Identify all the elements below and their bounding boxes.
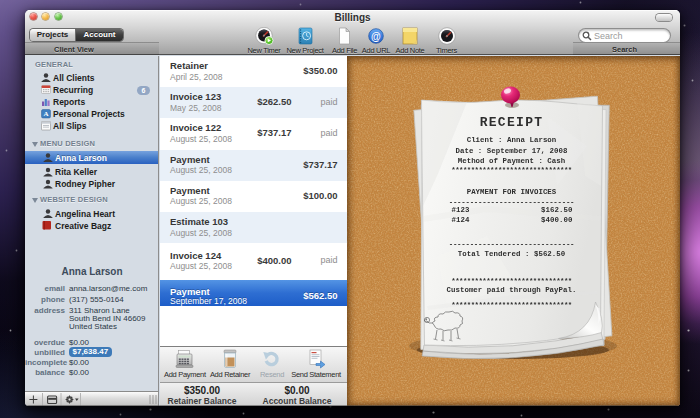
svg-text:PAYMENT FOR INVOICES: PAYMENT FOR INVOICES [466, 188, 556, 196]
svg-text:$400.00: $400.00 [541, 216, 573, 224]
svg-text:******************************: ******************************* [451, 301, 572, 309]
svg-text:******************************: ******************************* [451, 166, 572, 174]
svg-text:Customer paid through PayPal.: Customer paid through PayPal. [446, 286, 576, 294]
svg-text:@: @ [371, 31, 381, 42]
svg-text:$162.50: $162.50 [541, 206, 573, 214]
svg-text:Date : September 17, 2008: Date : September 17, 2008 [455, 147, 568, 155]
svg-text:RECEIPT: RECEIPT [479, 115, 543, 130]
svg-text:------------------------------: ------------------------------ [448, 198, 574, 206]
svg-text:#124: #124 [451, 216, 469, 224]
svg-text:Client : Anna Larson: Client : Anna Larson [466, 136, 556, 144]
svg-text:******************************: ******************************* [451, 277, 572, 285]
svg-text:Total Tendered : $562.50: Total Tendered : $562.50 [457, 250, 565, 258]
svg-text:A: A [43, 110, 48, 118]
svg-text:------------------------------: ------------------------------ [448, 240, 574, 248]
svg-text:#123: #123 [451, 206, 469, 214]
svg-text:Method of Payment : Cash: Method of Payment : Cash [457, 157, 565, 165]
